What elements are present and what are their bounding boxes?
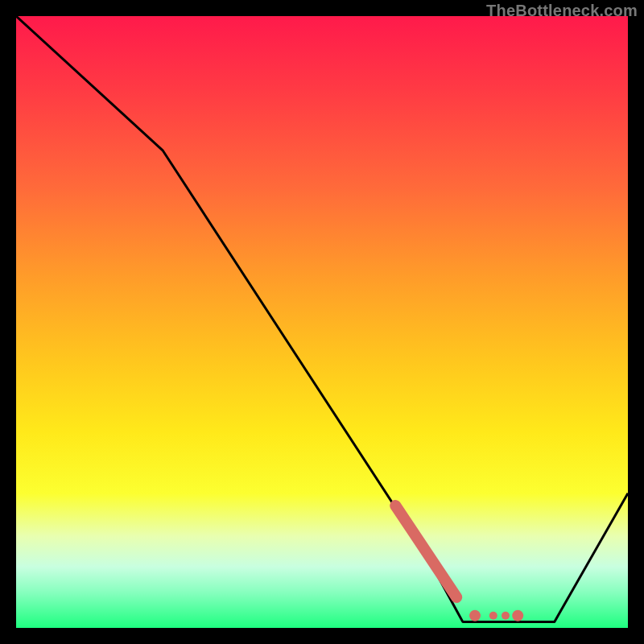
bottleneck-curve-line xyxy=(16,16,628,621)
chart-overlay-svg xyxy=(16,16,628,628)
highlight-dot xyxy=(489,612,497,620)
highlight-dot xyxy=(512,610,523,621)
highlight-dot xyxy=(469,610,481,621)
highlight-thick-line xyxy=(395,506,456,597)
highlight-segment xyxy=(395,506,523,621)
highlight-dot xyxy=(502,612,510,620)
chart-plot-area xyxy=(16,16,628,628)
